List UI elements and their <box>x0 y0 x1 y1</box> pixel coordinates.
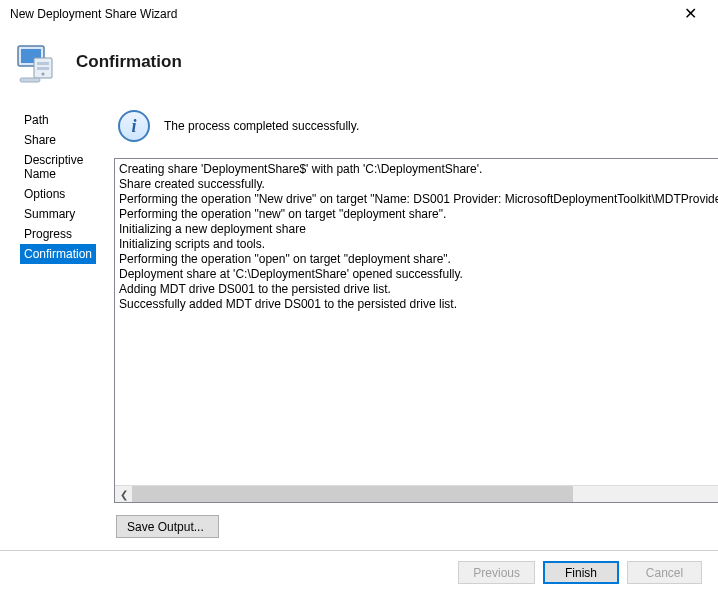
cancel-button: Cancel <box>627 561 702 584</box>
window-title: New Deployment Share Wizard <box>10 7 177 21</box>
log-line: Creating share 'DeploymentShare$' with p… <box>119 162 718 177</box>
wizard-step-options[interactable]: Options <box>20 184 96 204</box>
wizard-step-progress[interactable]: Progress <box>20 224 96 244</box>
output-buttons-row: Save Output... View Script <box>114 503 718 538</box>
wizard-header: Confirmation <box>0 28 718 102</box>
close-icon[interactable]: ✕ <box>670 0 710 28</box>
wizard-step-summary[interactable]: Summary <box>20 204 96 224</box>
info-icon: i <box>118 110 150 142</box>
status-message: The process completed successfully. <box>164 119 359 133</box>
titlebar: New Deployment Share Wizard ✕ <box>0 0 718 28</box>
previous-button: Previous <box>458 561 535 584</box>
log-text: Creating share 'DeploymentShare$' with p… <box>115 159 718 485</box>
wizard-step-confirmation[interactable]: Confirmation <box>20 244 96 264</box>
log-line: Adding MDT drive DS001 to the persisted … <box>119 282 718 297</box>
svg-rect-6 <box>20 78 40 82</box>
page-title: Confirmation <box>76 52 182 72</box>
finish-button[interactable]: Finish <box>543 561 619 584</box>
log-output[interactable]: Creating share 'DeploymentShare$' with p… <box>114 158 718 503</box>
log-line: Performing the operation "New drive" on … <box>119 192 718 207</box>
log-line: Successfully added MDT drive DS001 to th… <box>119 297 718 312</box>
horizontal-scrollbar[interactable]: ❮ ❯ <box>115 485 718 502</box>
computer-icon <box>14 40 58 84</box>
status-row: i The process completed successfully. <box>114 106 718 158</box>
svg-rect-4 <box>37 67 49 70</box>
save-output-button[interactable]: Save Output... <box>116 515 219 538</box>
main-panel: i The process completed successfully. Cr… <box>104 102 718 546</box>
scroll-thumb[interactable] <box>132 486 573 502</box>
scroll-left-icon[interactable]: ❮ <box>115 486 132 503</box>
steps-sidebar: PathShareDescriptive NameOptionsSummaryP… <box>0 102 104 546</box>
wizard-step-share[interactable]: Share <box>20 130 96 150</box>
log-line: Performing the operation "new" on target… <box>119 207 718 222</box>
log-line: Initializing a new deployment share <box>119 222 718 237</box>
log-line: Initializing scripts and tools. <box>119 237 718 252</box>
scroll-track[interactable] <box>132 486 718 502</box>
log-line: Deployment share at 'C:\DeploymentShare'… <box>119 267 718 282</box>
svg-point-5 <box>42 73 45 76</box>
svg-rect-3 <box>37 62 49 65</box>
log-line: Performing the operation "open" on targe… <box>119 252 718 267</box>
wizard-body: PathShareDescriptive NameOptionsSummaryP… <box>0 102 718 546</box>
wizard-footer: Previous Finish Cancel <box>0 550 718 594</box>
wizard-step-descriptive-name[interactable]: Descriptive Name <box>20 150 96 184</box>
wizard-step-path[interactable]: Path <box>20 110 96 130</box>
log-line: Share created successfully. <box>119 177 718 192</box>
